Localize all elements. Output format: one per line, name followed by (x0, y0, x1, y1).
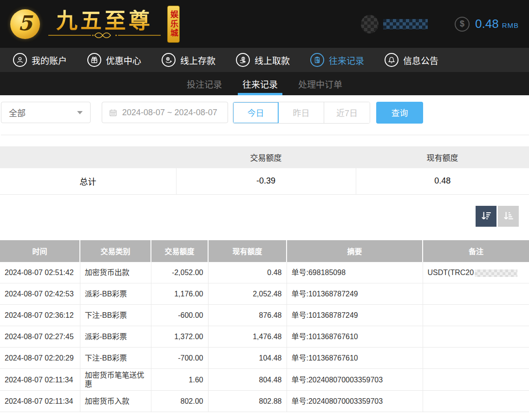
today-button[interactable]: 今日 (233, 102, 279, 123)
sort-descending-icon (480, 210, 492, 222)
summary-table: 交易额度 现有额度 总计 -0.39 0.48 (0, 146, 529, 195)
sub-nav: 投注记录 往来记录 处理中订单 (0, 72, 529, 95)
nav-label: 我的账户 (32, 54, 67, 66)
cell-summary: 单号:698185098 (287, 262, 423, 283)
dollar-coin-icon: $ (455, 17, 470, 32)
avatar[interactable] (361, 15, 379, 33)
col-time: 时间 (0, 240, 80, 262)
cell-balance: 804.48 (208, 369, 287, 391)
col-remark: 备注 (423, 240, 529, 262)
nav-label: 优惠中心 (106, 54, 141, 66)
cell-type: 加密货币入款 (80, 391, 151, 412)
tab-pending-orders[interactable]: 处理中订单 (296, 72, 344, 95)
nav-item-promo-center[interactable]: 优惠中心 (87, 53, 141, 67)
cell-summary: 单号:101368767610 (287, 326, 423, 348)
cell-summary: 单号:101368787249 (287, 283, 423, 305)
nav-item-online-deposit[interactable]: 线上存款 (162, 53, 216, 67)
nav-label: 线上存款 (180, 54, 216, 66)
cell-remark (423, 283, 529, 305)
cell-remark (423, 348, 529, 369)
table-row: 2024-08-07 02:11:34 加密货币入款 802.00 802.88… (0, 391, 529, 412)
nav-item-online-withdraw[interactable]: 线上取款 (236, 53, 290, 67)
cell-time: 2024-08-07 02:27:45 (0, 326, 80, 348)
cell-amount: 1.60 (151, 369, 208, 391)
balance-currency: RMB (502, 19, 519, 29)
cell-time: 2024-08-07 02:51:42 (0, 262, 80, 283)
yesterday-button[interactable]: 昨日 (279, 102, 324, 123)
cell-type: 下注-BB彩票 (80, 305, 151, 326)
remark-text: USDT(TRC20 (428, 269, 474, 276)
remark-redacted (475, 269, 517, 277)
quick-range-group: 今日 昨日 近7日 (233, 102, 370, 124)
sort-controls (0, 206, 529, 227)
nav-label: 信息公告 (403, 54, 438, 66)
calendar-icon (109, 108, 118, 117)
cell-summary: 单号:101368767610 (287, 348, 423, 369)
username-redacted (383, 19, 428, 29)
balance-amount: 0.48 (475, 17, 499, 31)
tab-betting-records[interactable]: 投注记录 (185, 72, 224, 95)
table-row: 2024-08-07 02:27:45 派彩-BB彩票 1,372.00 1,4… (0, 326, 529, 348)
cell-remark (423, 305, 529, 326)
summary-total-current-balance: 0.48 (356, 168, 529, 194)
cell-amount: 1,176.00 (151, 283, 208, 305)
cell-time: 2024-08-07 02:36:12 (0, 305, 80, 326)
cell-type: 加密货币出款 (80, 262, 151, 283)
cell-amount: 1,372.00 (151, 326, 208, 348)
sort-descending-button[interactable] (476, 206, 496, 227)
cell-balance: 1,476.48 (208, 326, 287, 348)
cell-amount: -2,052.00 (151, 262, 208, 283)
cell-summary: 单号:101368787249 (287, 305, 423, 326)
deposit-hand-coin-icon (162, 53, 176, 67)
summary-total-row: 总计 -0.39 0.48 (0, 168, 529, 194)
last7days-button[interactable]: 近7日 (324, 102, 370, 123)
main-nav: 我的账户 优惠中心 线上存款 线上取款 往来记录 信息公告 (0, 48, 529, 72)
bell-icon (385, 53, 398, 67)
tab-transaction-records[interactable]: 往来记录 (241, 72, 280, 95)
summary-header-empty (0, 146, 176, 168)
summary-header-transaction-amount: 交易额度 (176, 146, 356, 168)
cell-balance: 2,052.48 (208, 283, 287, 305)
cell-amount: 802.00 (151, 391, 208, 412)
query-button[interactable]: 查询 (376, 102, 423, 124)
logo-badge: 娱乐城 (167, 6, 180, 43)
nav-label: 往来记录 (329, 54, 364, 66)
nav-item-announcements[interactable]: 信息公告 (385, 53, 438, 67)
cell-amount: -700.00 (151, 348, 208, 369)
col-summary: 摘要 (287, 240, 423, 262)
nav-item-my-account[interactable]: 我的账户 (13, 53, 67, 67)
col-transaction-type: 交易类别 (80, 240, 151, 262)
table-row: 2024-08-07 02:11:34 加密货币笔笔送优惠 1.60 804.4… (0, 369, 529, 391)
summary-total-label: 总计 (0, 168, 176, 194)
cell-balance: 876.48 (208, 305, 287, 326)
cell-type: 下注-BB彩票 (80, 348, 151, 369)
logo[interactable]: 5 九五至尊 娱乐城 (10, 6, 180, 43)
summary-header-row: 交易额度 现有额度 (0, 146, 529, 168)
filter-bar: 全部 2024-08-07 ~ 2024-08-07 今日 昨日 近7日 查询 (0, 95, 529, 135)
category-select[interactable]: 全部 (1, 102, 91, 123)
cell-type: 派彩-BB彩票 (80, 326, 151, 348)
table-header-row: 时间 交易类别 交易额度 现有额度 摘要 备注 (0, 240, 529, 262)
cell-type: 加密货币笔笔送优惠 (80, 369, 151, 391)
cell-type: 派彩-BB彩票 (80, 283, 151, 305)
cell-remark: USDT(TRC20 (423, 262, 529, 283)
nav-label: 线上取款 (255, 54, 290, 66)
cell-balance: 802.88 (208, 391, 287, 412)
cell-time: 2024-08-07 02:11:34 (0, 369, 80, 391)
date-range-input[interactable]: 2024-08-07 ~ 2024-08-07 (102, 102, 228, 123)
summary-total-transaction-amount: -0.39 (176, 168, 356, 194)
table-row: 2024-08-07 02:36:12 下注-BB彩票 -600.00 876.… (0, 305, 529, 326)
logo-flourish-icon (46, 32, 163, 39)
cell-summary: 单号:202408070003359703 (287, 369, 423, 391)
nav-item-transaction-records[interactable]: 往来记录 (310, 53, 364, 67)
cell-remark (423, 326, 529, 348)
cell-remark (423, 369, 529, 391)
sort-ascending-button[interactable] (498, 206, 519, 227)
table-row: 2024-08-07 02:42:53 派彩-BB彩票 1,176.00 2,0… (0, 283, 529, 305)
cell-remark (423, 391, 529, 412)
sort-ascending-icon (503, 210, 515, 222)
cell-time: 2024-08-07 02:42:53 (0, 283, 80, 305)
records-clipboard-clock-icon (310, 53, 324, 67)
category-select-value: 全部 (9, 106, 26, 118)
caret-down-icon (77, 111, 83, 114)
